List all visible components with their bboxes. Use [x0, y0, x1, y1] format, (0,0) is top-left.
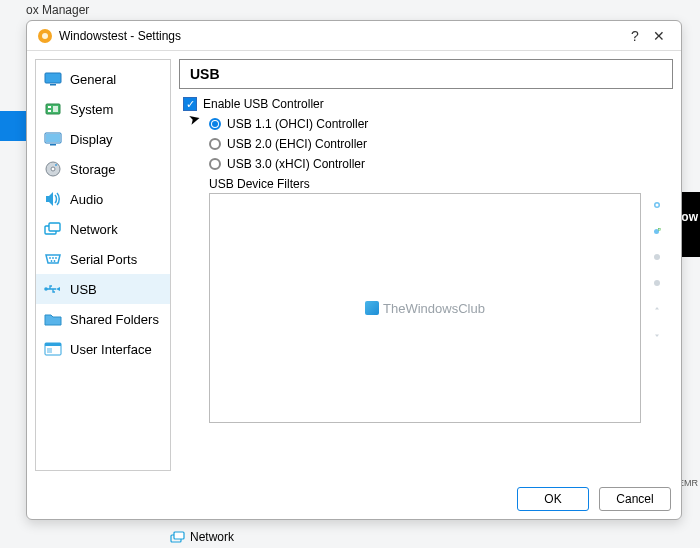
svg-rect-12 — [50, 144, 56, 146]
svg-rect-7 — [48, 106, 51, 108]
app-icon — [37, 28, 53, 44]
enable-usb-row[interactable]: ✓ Enable USB Controller ➤ — [183, 97, 669, 111]
dialog-title: Windowstest - Settings — [59, 29, 623, 43]
svg-point-31 — [654, 254, 660, 260]
sidebar-item-label: Shared Folders — [70, 312, 159, 327]
usb-filters-list[interactable]: TheWindowsClub — [209, 193, 641, 423]
usb-2-0-label: USB 2.0 (EHCI) Controller — [227, 137, 367, 151]
filter-toolbar — [647, 193, 669, 423]
enable-usb-checkbox[interactable]: ✓ — [183, 97, 197, 111]
usb-3-0-label: USB 3.0 (xHCI) Controller — [227, 157, 365, 171]
watermark: TheWindowsClub — [365, 301, 485, 316]
sidebar-item-label: User Interface — [70, 342, 152, 357]
svg-point-19 — [52, 257, 54, 259]
cursor-icon: ➤ — [187, 110, 203, 129]
sidebar-item-label: System — [70, 102, 113, 117]
ok-button[interactable]: OK — [517, 487, 589, 511]
storage-icon — [44, 160, 62, 178]
audio-icon — [44, 190, 62, 208]
sidebar-item-label: General — [70, 72, 116, 87]
panel-title: USB — [179, 59, 673, 89]
svg-point-3 — [42, 33, 48, 39]
background-selection-strip — [0, 111, 26, 141]
network-icon — [170, 531, 186, 544]
sidebar-item-label: Network — [70, 222, 118, 237]
background-preview-text: ow — [681, 210, 698, 224]
radio-icon[interactable] — [209, 158, 221, 170]
svg-rect-11 — [46, 134, 60, 142]
background-network-label: Network — [190, 530, 234, 544]
move-filter-up-button[interactable] — [647, 299, 667, 319]
general-icon — [44, 70, 62, 88]
svg-rect-5 — [50, 84, 56, 86]
svg-point-14 — [51, 167, 55, 171]
svg-point-18 — [49, 257, 51, 259]
usb-icon — [44, 280, 62, 298]
watermark-icon — [365, 301, 379, 315]
usb-1-1-label: USB 1.1 (OHCI) Controller — [227, 117, 368, 131]
svg-point-32 — [654, 280, 660, 286]
display-icon — [44, 130, 62, 148]
sidebar-item-label: USB — [70, 282, 97, 297]
radio-selected-icon[interactable] — [209, 118, 221, 130]
titlebar: Windowstest - Settings ? ✕ — [27, 21, 681, 51]
svg-point-15 — [55, 164, 57, 166]
ui-icon — [44, 340, 62, 358]
svg-rect-25 — [45, 343, 61, 346]
folder-icon — [44, 310, 62, 328]
sidebar-item-shared-folders[interactable]: Shared Folders — [36, 304, 170, 334]
settings-sidebar: General System Display Storage — [35, 59, 171, 471]
system-icon — [44, 100, 62, 118]
network-icon — [44, 220, 62, 238]
usb-2-0-radio-row[interactable]: USB 2.0 (EHCI) Controller — [209, 137, 669, 151]
add-empty-filter-button[interactable] — [647, 195, 667, 215]
serial-ports-icon — [44, 250, 62, 268]
sidebar-item-audio[interactable]: Audio — [36, 184, 170, 214]
settings-dialog: Windowstest - Settings ? ✕ General Syste… — [26, 20, 682, 520]
svg-point-23 — [44, 287, 48, 291]
move-filter-down-button[interactable] — [647, 325, 667, 345]
sidebar-item-user-interface[interactable]: User Interface — [36, 334, 170, 364]
sidebar-item-display[interactable]: Display — [36, 124, 170, 154]
edit-filter-button[interactable] — [647, 247, 667, 267]
enable-usb-label: Enable USB Controller — [203, 97, 324, 111]
radio-icon[interactable] — [209, 138, 221, 150]
sidebar-item-label: Audio — [70, 192, 103, 207]
help-button[interactable]: ? — [623, 28, 647, 44]
svg-rect-26 — [47, 348, 52, 353]
svg-point-22 — [54, 260, 56, 262]
remove-filter-button[interactable] — [647, 273, 667, 293]
usb-1-1-radio-row[interactable]: USB 1.1 (OHCI) Controller — [209, 117, 669, 131]
dialog-footer: OK Cancel — [27, 479, 681, 519]
svg-point-28 — [656, 204, 659, 207]
close-button[interactable]: ✕ — [647, 28, 671, 44]
svg-rect-8 — [48, 110, 51, 112]
sidebar-item-network[interactable]: Network — [36, 214, 170, 244]
sidebar-item-label: Storage — [70, 162, 116, 177]
usb-3-0-radio-row[interactable]: USB 3.0 (xHCI) Controller — [209, 157, 669, 171]
sidebar-item-serial-ports[interactable]: Serial Ports — [36, 244, 170, 274]
svg-point-21 — [51, 260, 53, 262]
sidebar-item-label: Display — [70, 132, 113, 147]
sidebar-item-general[interactable]: General — [36, 64, 170, 94]
background-network-section: Network — [170, 530, 234, 544]
svg-rect-17 — [49, 223, 60, 231]
svg-rect-9 — [53, 106, 58, 112]
cancel-button[interactable]: Cancel — [599, 487, 671, 511]
svg-point-20 — [55, 257, 57, 259]
sidebar-item-system[interactable]: System — [36, 94, 170, 124]
sidebar-item-usb[interactable]: USB — [36, 274, 170, 304]
add-filter-from-device-button[interactable] — [647, 221, 667, 241]
sidebar-item-storage[interactable]: Storage — [36, 154, 170, 184]
watermark-text: TheWindowsClub — [383, 301, 485, 316]
filters-label: USB Device Filters — [209, 177, 669, 191]
parent-window-title: ox Manager — [26, 3, 89, 17]
background-preview-strip — [680, 192, 700, 257]
svg-rect-4 — [45, 73, 61, 83]
sidebar-item-label: Serial Ports — [70, 252, 137, 267]
settings-panel: USB ✓ Enable USB Controller ➤ USB 1.1 (O… — [179, 59, 673, 471]
svg-rect-1 — [174, 532, 184, 539]
